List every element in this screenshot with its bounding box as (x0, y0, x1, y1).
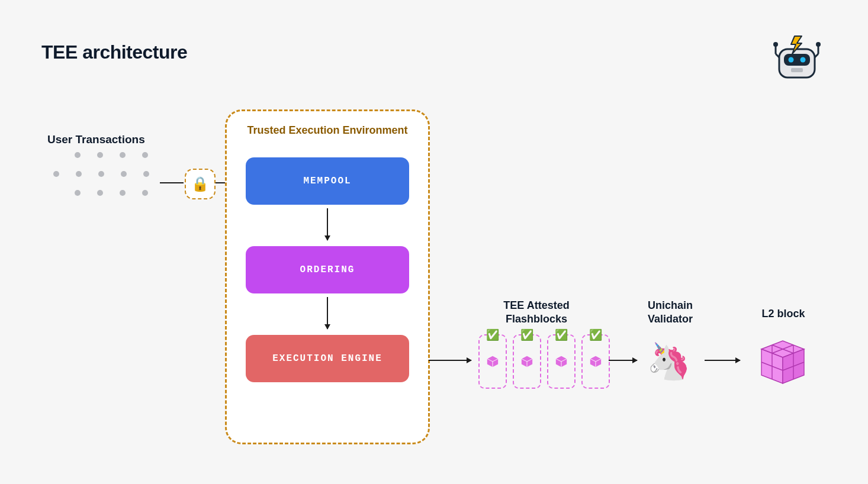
arrow-flashblocks-to-validator (609, 360, 637, 361)
flashblock-item: ✅ (547, 334, 576, 389)
diagram-title: TEE architecture (41, 41, 187, 63)
flashblock-item: ✅ (581, 334, 610, 389)
connector-line: .arrow-h[data-name="connector-line"]::af… (160, 182, 184, 183)
ordering-stage: ORDERING (246, 246, 409, 293)
svg-rect-1 (784, 54, 810, 66)
svg-rect-4 (791, 68, 803, 72)
arrow-mempool-to-ordering (327, 208, 328, 240)
checkmark-icon: ✅ (555, 328, 568, 341)
svg-line-10 (815, 54, 818, 57)
mempool-stage: MEMPOOL (246, 157, 409, 205)
arrow-validator-to-l2 (705, 360, 740, 361)
svg-point-8 (816, 42, 821, 47)
checkmark-icon: ✅ (589, 328, 602, 341)
cube-icon (486, 355, 499, 368)
l2-block-cube-icon (754, 337, 811, 389)
svg-line-9 (776, 54, 779, 57)
cube-icon (520, 355, 533, 368)
flashblocks-label: TEE Attested Flashblocks (477, 299, 596, 325)
svg-point-3 (801, 57, 806, 63)
tee-label: Trusted Execution Environment (227, 124, 428, 137)
flashblock-item: ✅ (513, 334, 541, 389)
cube-icon (555, 355, 568, 368)
unicorn-icon: 🦄 (647, 340, 691, 382)
svg-point-6 (773, 42, 778, 47)
flashblock-item: ✅ (478, 334, 507, 389)
svg-point-2 (789, 57, 794, 63)
execution-engine-stage: EXECUTION ENGINE (246, 335, 409, 382)
user-transactions-label: User Transactions (47, 133, 145, 146)
cube-icon (589, 355, 602, 368)
checkmark-icon: ✅ (520, 328, 533, 341)
flashblocks-group: ✅ ✅ ✅ ✅ (478, 334, 610, 389)
l2-block-label: L2 block (748, 308, 819, 320)
unichain-validator-label: Unichain Validator (635, 299, 706, 325)
tee-container: Trusted Execution Environment MEMPOOL OR… (225, 109, 430, 444)
diagram-canvas: TEE architecture User Transactions .arro… (0, 0, 868, 484)
user-transactions-dots (53, 152, 149, 209)
arrow-ordering-to-exec (327, 297, 328, 329)
arrow-exec-to-flashblocks (429, 360, 471, 361)
checkmark-icon: ✅ (486, 328, 499, 341)
robot-mascot-icon (767, 33, 827, 92)
lock-icon: 🔒 (185, 169, 216, 199)
